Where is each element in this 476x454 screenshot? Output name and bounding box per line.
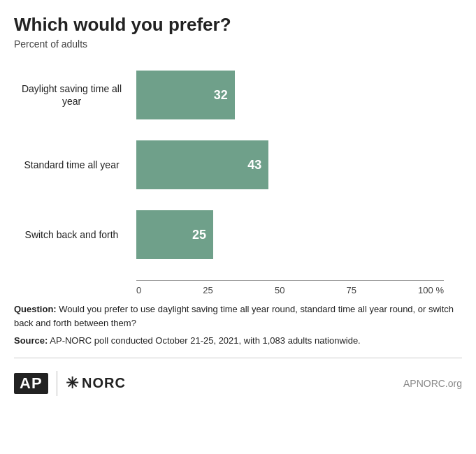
logo-bar: AP ✳NORC APNORC.org (14, 358, 462, 396)
ap-logo: AP (14, 373, 48, 394)
bar-track-1: 43 (136, 140, 444, 189)
bar-label-2: Switch back and forth (14, 228, 129, 241)
footnote-question-label: Question: (14, 304, 57, 314)
bar-fill-1: 43 (136, 140, 268, 189)
footnote-question-text: Would you prefer to use daylight saving … (14, 304, 454, 328)
footnote-question: Question: Would you prefer to use daylig… (14, 302, 462, 330)
bar-track-2: 25 (136, 210, 444, 259)
chart-area: Daylight saving time all year32Standard … (14, 71, 462, 295)
norc-logo: ✳NORC (66, 374, 126, 393)
x-axis-tick-1: 25 (203, 285, 212, 295)
bar-group-2: Switch back and forth25 (136, 210, 444, 259)
chart-inner: Daylight saving time all year32Standard … (136, 71, 444, 295)
logo-divider (57, 371, 58, 396)
bar-fill-2: 25 (136, 210, 213, 259)
bar-track-0: 32 (136, 71, 444, 119)
x-axis-tick-4: 100 % (418, 285, 444, 295)
footnote-source: Source: AP-NORC poll conducted October 2… (14, 334, 462, 348)
norc-asterisk: ✳ (66, 374, 79, 393)
bar-label-0: Daylight saving time all year (14, 82, 129, 108)
bar-value-1: 43 (247, 158, 261, 173)
chart-title: Which would you prefer? (14, 14, 462, 36)
bar-label-1: Standard time all year (14, 159, 129, 171)
bar-group-0: Daylight saving time all year32 (136, 71, 444, 119)
bar-value-2: 25 (192, 228, 206, 242)
bar-value-0: 32 (214, 88, 228, 103)
bar-fill-0: 32 (136, 71, 235, 119)
footnote-source-text: AP-NORC poll conducted October 21-25, 20… (48, 335, 360, 346)
norc-text: NORC (82, 375, 126, 391)
footnote-source-label: Source: (14, 335, 48, 346)
logo-left: AP ✳NORC (14, 371, 126, 396)
x-axis-tick-0: 0 (136, 285, 141, 295)
bar-group-1: Standard time all year43 (136, 140, 444, 189)
bars-container: Daylight saving time all year32Standard … (136, 71, 444, 259)
logo-url: APNORC.org (403, 378, 462, 389)
x-axis-tick-2: 50 (275, 285, 284, 295)
chart-subtitle: Percent of adults (14, 38, 462, 50)
x-axis: 0255075100 % (136, 280, 444, 295)
x-axis-tick-3: 75 (347, 285, 356, 295)
